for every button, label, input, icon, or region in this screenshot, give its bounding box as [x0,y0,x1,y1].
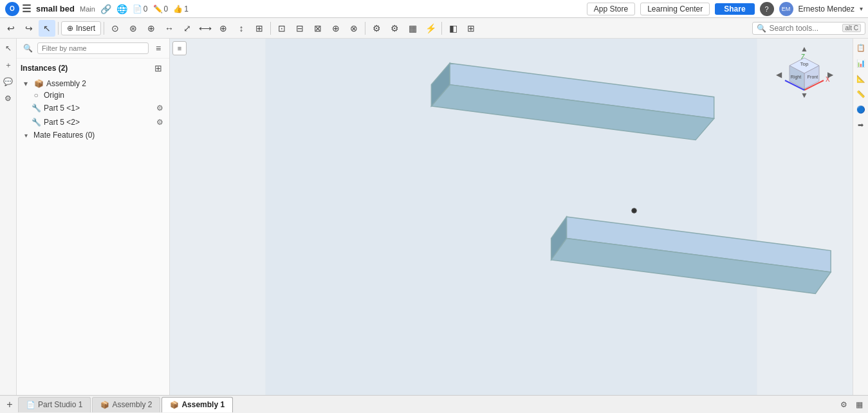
tool-9[interactable]: ⊞ [251,20,268,37]
edits-count: 0 [164,5,169,14]
tab-assembly-1[interactable]: 📦 Assembly 1 [162,397,233,412]
tool-16[interactable]: ⚙ [386,20,403,37]
origin-icon: ○ [31,91,41,100]
nav-cube[interactable]: X Z Top Front Right ▲ ▼ ◀ ▶ [775,45,833,103]
tab-assembly-1-label: Assembly 1 [181,400,225,409]
svg-point-7 [632,208,637,214]
sec-select-tool[interactable]: ↖ [1,41,15,55]
onshape-logo-icon: O [5,2,19,16]
svg-text:▼: ▼ [800,91,808,100]
user-chevron-icon[interactable]: ▾ [860,5,863,12]
viewport-canvas[interactable]: ≡ X [170,39,853,395]
assembly2-label: Assembly 2 [46,79,86,88]
canvas-list-button[interactable]: ≡ [172,41,187,55]
select-button[interactable]: ↖ [39,20,55,37]
tool-2[interactable]: ⊛ [125,20,142,37]
search-shortcut-badge: alt C [842,24,861,32]
insert-icon: ⊕ [67,24,73,33]
user-avatar[interactable]: EM [779,2,793,16]
tab-assembly-2[interactable]: 📦 Assembly 2 [92,397,160,412]
app-store-button[interactable]: App Store [587,3,635,15]
tree-item-part5-1[interactable]: 🔧 Part 5 <1> ⚙ [17,101,169,115]
right-panel: 📋 📊 📐 📏 🔵 ➡ [853,39,868,395]
tool-7[interactable]: ⊕ [215,20,232,37]
tool-11[interactable]: ⊟ [291,20,308,37]
tree-item-assembly2[interactable]: ▾ 📦 Assembly 2 [17,78,169,89]
search-tools-input[interactable] [769,24,840,33]
tab-assembly-1-icon: 📦 [170,401,179,409]
insert-button[interactable]: ⊕ Insert [61,21,101,35]
tree-item-part5-2[interactable]: 🔧 Part 5 <2> ⚙ [17,115,169,129]
toolbar: ↩ ↪ ↖ ⊕ Insert ⊙ ⊛ ⊕ ↔ ⤢ ⟷ ⊕ ↕ ⊞ ⊡ ⊟ ⊠ ⊕… [0,18,868,39]
part5-1-label: Part 5 <1> [44,104,80,113]
tool-3[interactable]: ⊕ [143,20,160,37]
svg-text:◀: ◀ [776,70,782,79]
sec-comment-tool[interactable]: 💬 [1,75,15,89]
3d-viewport-svg [170,39,853,395]
tool-19[interactable]: ◧ [445,20,461,37]
document-branch: Main [80,5,95,13]
sidebar: 🔍 ≡ Instances (2) ⊞ ▾ 📦 Assembly 2 ○ Ori… [17,39,170,395]
sidebar-list-view-button[interactable]: ≡ [151,41,165,55]
instances-add-button[interactable]: ⊞ [151,61,165,75]
pages-icon: 📄 [133,5,142,14]
share-button[interactable]: Share [715,3,754,15]
tab-assembly-2-icon: 📦 [100,401,109,409]
share-link-icon[interactable]: 🔗 [100,4,111,14]
tab-part-studio-1[interactable]: 📄 Part Studio 1 [18,397,91,412]
redo-button[interactable]: ↪ [21,20,37,37]
hamburger-icon[interactable]: ☰ [22,3,31,15]
learning-center-button[interactable]: Learning Center [640,3,710,15]
search-tools-container: 🔍 alt C [752,22,865,35]
mate-features-label: Mate Features (0) [33,131,95,140]
tool-1[interactable]: ⊙ [107,20,124,37]
help-button[interactable]: ? [760,2,774,16]
document-stat-edits: ✏️ 0 [153,5,169,14]
bottom-tabs: + 📄 Part Studio 1 📦 Assembly 2 📦 Assembl… [0,395,868,413]
secondary-toolbar: ↖ ＋ 💬 ⚙ [0,39,17,395]
right-panel-btn-3[interactable]: 📐 [854,72,867,85]
svg-text:Front: Front [808,75,818,79]
part5-1-action-button[interactable]: ⚙ [154,102,165,114]
undo-button[interactable]: ↩ [3,20,19,37]
filter-input[interactable] [37,42,149,54]
tree-item-origin[interactable]: ○ Origin [17,89,169,101]
tool-17[interactable]: ▦ [404,20,421,37]
tool-6[interactable]: ⟷ [197,20,214,37]
svg-text:Right: Right [791,75,801,80]
likes-icon: 👍 [173,5,183,14]
tab-settings-button[interactable]: ⚙ [837,398,850,411]
tool-14[interactable]: ⊗ [346,20,362,37]
likes-count: 1 [184,5,189,14]
tab-grid-button[interactable]: ▦ [853,398,865,411]
tool-10[interactable]: ⊡ [273,20,290,37]
mate-features-expand-icon: ▾ [21,132,31,139]
top-bar: O ☰ small bed Main 🔗 🌐 📄 0 ✏️ 0 👍 1 App … [0,0,868,18]
add-tab-button[interactable]: + [3,398,17,412]
tool-4[interactable]: ↔ [161,20,178,37]
tool-8[interactable]: ↕ [233,20,250,37]
filter-icon-button[interactable]: 🔍 [21,41,35,55]
sec-add-tool[interactable]: ＋ [1,58,15,72]
tool-18[interactable]: ⚡ [422,20,439,37]
globe-icon[interactable]: 🌐 [116,4,127,14]
assembly2-icon: 📦 [33,79,44,88]
tree-item-mate-features[interactable]: ▾ Mate Features (0) [17,129,169,141]
right-panel-btn-6[interactable]: ➡ [854,118,867,131]
right-panel-btn-5[interactable]: 🔵 [854,103,867,116]
part5-2-action-button[interactable]: ⚙ [154,116,165,128]
main-layout: ↖ ＋ 💬 ⚙ 🔍 ≡ Instances (2) ⊞ ▾ 📦 Assembly… [0,39,868,395]
tool-12[interactable]: ⊠ [309,20,326,37]
user-name[interactable]: Ernesto Mendez [799,5,854,14]
tool-13[interactable]: ⊕ [328,20,344,37]
right-panel-btn-1[interactable]: 📋 [854,41,867,54]
tool-5[interactable]: ⤢ [179,20,196,37]
tool-15[interactable]: ⚙ [368,20,385,37]
app-logo[interactable]: O ☰ [5,2,31,16]
right-panel-btn-2[interactable]: 📊 [854,57,867,69]
insert-label: Insert [76,24,95,33]
right-panel-btn-4[interactable]: 📏 [854,87,867,100]
part5-1-icon: 🔧 [31,104,41,113]
tool-20[interactable]: ⊞ [463,20,479,37]
sec-settings-tool[interactable]: ⚙ [1,91,15,106]
